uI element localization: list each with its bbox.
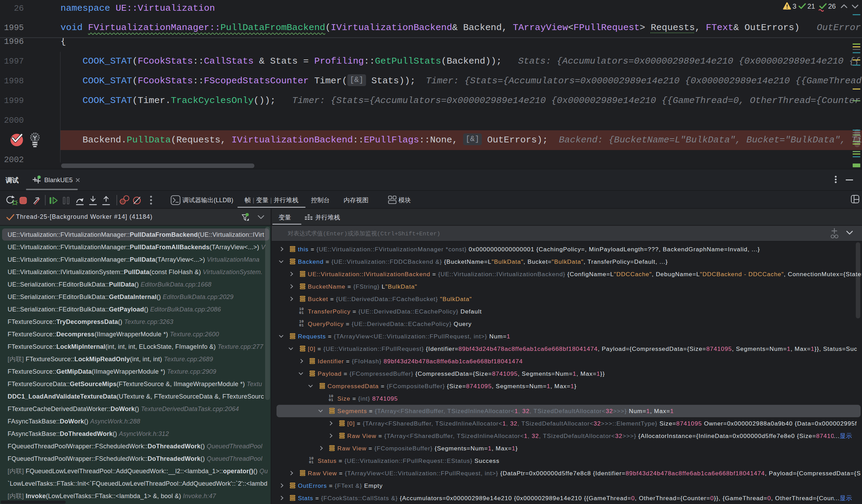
svg-text:3: 3 xyxy=(793,2,796,10)
svg-text:26: 26 xyxy=(828,2,836,10)
svg-text:21: 21 xyxy=(807,2,815,10)
